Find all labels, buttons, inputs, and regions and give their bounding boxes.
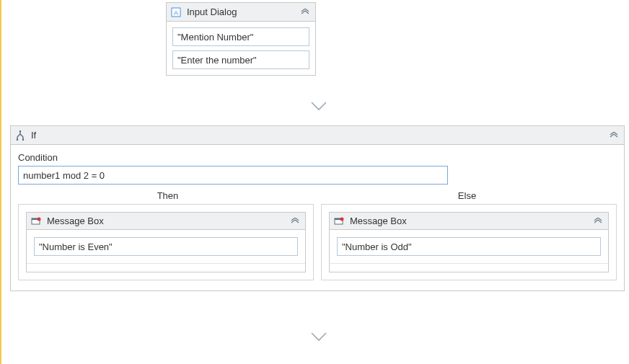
input-dialog-icon: A bbox=[171, 7, 181, 17]
collapse-icon[interactable] bbox=[608, 130, 620, 141]
message-box-activity[interactable]: Message Box "Number is Odd" bbox=[329, 212, 609, 272]
collapse-icon[interactable] bbox=[289, 216, 301, 227]
activity-title: Message Box bbox=[47, 216, 289, 226]
flow-arrow-icon bbox=[311, 332, 327, 345]
message-input[interactable]: "Number is Odd" bbox=[337, 237, 601, 256]
title-input[interactable]: "Mention Number" bbox=[172, 27, 309, 46]
activity-header[interactable]: A Input Dialog bbox=[167, 3, 315, 22]
activity-footer bbox=[27, 263, 305, 272]
svg-text:A: A bbox=[174, 9, 178, 17]
if-icon bbox=[15, 130, 25, 141]
svg-point-2 bbox=[19, 130, 21, 132]
activity-header[interactable]: Message Box bbox=[27, 213, 305, 230]
activity-title: Message Box bbox=[350, 216, 592, 226]
condition-input[interactable]: number1 mod 2 = 0 bbox=[18, 166, 448, 185]
flow-arrow-icon bbox=[311, 101, 327, 115]
activity-title: If bbox=[31, 130, 608, 141]
svg-point-10 bbox=[340, 217, 344, 221]
message-box-icon bbox=[31, 216, 41, 226]
collapse-icon[interactable] bbox=[299, 6, 311, 18]
activity-header[interactable]: If bbox=[11, 126, 624, 145]
condition-label: Condition bbox=[18, 152, 617, 163]
else-branch[interactable]: Message Box "Number is Odd" bbox=[321, 204, 617, 280]
then-label: Then bbox=[18, 190, 317, 201]
activity-body: "Number is Even" bbox=[27, 230, 305, 263]
activity-body: "Number is Odd" bbox=[330, 230, 608, 263]
if-body: Condition number1 mod 2 = 0 Then Else bbox=[11, 145, 624, 290]
then-branch[interactable]: Message Box "Number is Even" bbox=[18, 204, 314, 280]
svg-point-7 bbox=[38, 217, 41, 221]
branches: Message Box "Number is Even" bbox=[18, 204, 617, 280]
message-box-activity[interactable]: Message Box "Number is Even" bbox=[26, 212, 306, 272]
activity-body: "Mention Number" "Enter the number" bbox=[167, 22, 315, 75]
activity-header[interactable]: Message Box bbox=[330, 213, 608, 230]
workflow-canvas: A Input Dialog "Mention Number" "Enter t… bbox=[1, 0, 629, 364]
if-activity[interactable]: If Condition number1 mod 2 = 0 Then Else bbox=[10, 125, 625, 291]
activity-title: Input Dialog bbox=[187, 6, 299, 17]
message-input[interactable]: "Number is Even" bbox=[34, 237, 298, 256]
branch-labels: Then Else bbox=[18, 190, 617, 201]
collapse-icon[interactable] bbox=[592, 216, 604, 227]
label-input[interactable]: "Enter the number" bbox=[172, 50, 309, 69]
input-dialog-activity[interactable]: A Input Dialog "Mention Number" "Enter t… bbox=[166, 2, 316, 76]
svg-point-3 bbox=[17, 138, 18, 140]
message-box-icon bbox=[334, 216, 344, 226]
else-label: Else bbox=[317, 190, 617, 201]
activity-footer bbox=[330, 263, 608, 272]
svg-point-4 bbox=[22, 138, 24, 140]
